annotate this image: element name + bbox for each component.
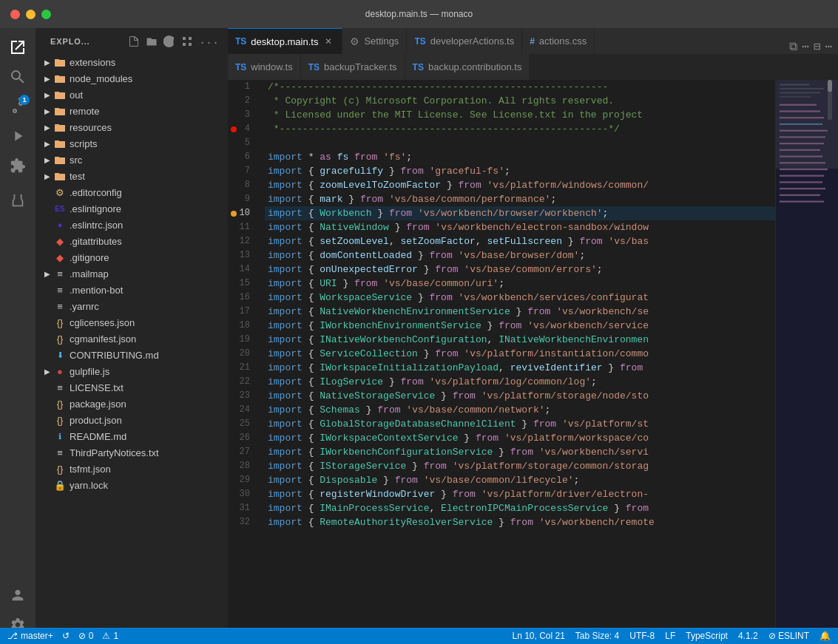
extensions-activity-icon[interactable] [4,152,31,179]
account-activity-icon[interactable] [4,582,31,609]
line-numbers: 1 2 3 4 5 6 7 8 9 10 11 12 13 14 [228,80,265,644]
tab-settings[interactable]: ⚙ Settings [342,28,407,54]
tree-item-mention-bot[interactable]: ▶ ≡ .mention-bot [36,282,228,298]
config-file-icon: ⚙ [53,186,67,199]
refresh-icon[interactable] [163,35,175,47]
tree-item-license[interactable]: ▶ ≡ LICENSE.txt [36,379,228,396]
maximize-button[interactable] [41,10,51,19]
language-status[interactable]: TypeScript [686,631,728,641]
git-file-icon: ◆ [53,234,67,248]
tree-item-tsfmt[interactable]: ▶ {} tsfmt.json [36,461,228,477]
code-line-11: import { NativeWindow } from 'vs/workben… [265,220,775,234]
collapse-all-icon[interactable] [181,35,193,47]
explorer-activity-icon[interactable] [4,34,31,61]
tree-item-yarn-lock[interactable]: ▶ 🔒 yarn.lock [36,477,228,493]
flask-activity-icon[interactable] [4,188,31,214]
tab-actions-css[interactable]: # actions.css [522,28,595,54]
tree-item-extensions[interactable]: ▶ extensions [36,54,228,70]
source-control-activity-icon[interactable]: 1 [4,93,31,120]
version-status[interactable]: 4.1.2 [738,631,758,641]
folder-icon [53,104,67,118]
tree-item-remote[interactable]: ▶ remote [36,103,228,119]
tab-window[interactable]: TS window.ts [228,54,301,80]
close-button[interactable] [10,10,20,19]
notification-bell[interactable]: 🔔 [820,631,831,641]
more-tab-actions-icon[interactable]: ⋯ [825,39,832,54]
sidebar-header: EXPLO... ... [36,28,228,54]
tab-label: developerActions.ts [430,35,514,47]
tab-size-status[interactable]: Tab Size: 4 [575,631,619,641]
split-editor-icon[interactable]: ⧉ [789,40,797,54]
code-line-8: import { zoomLevelToZoomFactor } from 'v… [265,178,775,192]
line-num-17: 17 [228,305,256,319]
tree-item-thirdparty[interactable]: ▶ ≡ ThirdPartyNotices.txt [36,444,228,461]
tree-item-scripts[interactable]: ▶ scripts [36,135,228,152]
tree-item-node-modules[interactable]: ▶ node_modules [36,70,228,87]
tree-item-yarnrc[interactable]: ▶ ≡ .yarnrc [36,298,228,314]
tree-item-contributing[interactable]: ▶ ⬇ CONTRIBUTING.md [36,347,228,363]
tree-item-src[interactable]: ▶ src [36,152,228,168]
code-line-10: import { Workbench } from 'vs/workbench/… [265,206,775,220]
breadcrumbs-icon[interactable]: ⋯ [802,39,809,54]
tree-item-eslintignore[interactable]: ▶ ES .eslintignore [36,200,228,217]
line-num-23: 23 [228,389,256,403]
search-activity-icon[interactable] [4,64,31,90]
minimap-viewport [776,80,838,169]
code-editor[interactable]: 1 2 3 4 5 6 7 8 9 10 11 12 13 14 [228,80,838,644]
item-label: cgmanifest.json [70,333,136,345]
eslint-status[interactable]: ⊘ ESLINT [768,631,809,641]
folder-icon [53,169,67,183]
tab-desktop-main[interactable]: TS desktop.main.ts ✕ [228,28,342,54]
json-file-icon2: {} [53,332,67,345]
eslint-label: ⊘ ESLINT [768,631,809,641]
code-line-1: /*--------------------------------------… [265,80,775,94]
tab-label: actions.css [539,35,587,47]
tree-item-mailmap[interactable]: ▶ ≡ .mailmap [36,265,228,282]
encoding-label: UTF-8 [629,631,655,641]
new-file-icon[interactable] [128,35,140,47]
tree-item-package[interactable]: ▶ {} package.json [36,396,228,412]
line-endings-status[interactable]: LF [665,631,675,641]
eslint-file-icon: ES [53,202,67,215]
new-folder-icon[interactable] [146,35,158,47]
item-label: scripts [70,138,98,149]
minimize-button[interactable] [26,10,36,19]
ts-icon2: TS [414,36,425,47]
tab-bar-row1: TS desktop.main.ts ✕ ⚙ Settings TS devel… [228,28,838,54]
code-line-25: import { GlobalStorageDatabaseChannelCli… [265,417,775,431]
code-line-6: import * as fs from 'fs'; [265,150,775,164]
code-line-31: import { IMainProcessService, ElectronIP… [265,501,775,515]
tree-item-product[interactable]: ▶ {} product.json [36,412,228,428]
item-label: tsfmt.json [70,464,111,475]
tree-item-cglicenses[interactable]: ▶ {} cglicenses.json [36,314,228,331]
run-debug-activity-icon[interactable] [4,123,31,149]
tab-close-icon[interactable]: ✕ [322,35,334,47]
tree-item-editorconfig[interactable]: ▶ ⚙ .editorconfig [36,184,228,200]
more-actions-icon[interactable]: ... [199,35,219,47]
tree-item-eslintrc[interactable]: ▶ ● .eslintrc.json [36,217,228,233]
line-num-9: 9 [228,192,256,206]
tree-item-gitattributes[interactable]: ▶ ◆ .gitattributes [36,233,228,249]
item-label: .editorconfig [70,187,122,198]
tab-backup-tracker[interactable]: TS backupTracker.ts [301,54,405,80]
encoding-status[interactable]: UTF-8 [629,631,655,641]
tree-item-resources[interactable]: ▶ resources [36,119,228,135]
code-line-32: import { RemoteAuthorityResolverService … [265,515,775,529]
ts-icon4: TS [308,62,320,72]
tree-item-gitignore[interactable]: ▶ ◆ .gitignore [36,249,228,265]
line-num-14: 14 [228,262,256,277]
tab-backup-contribution[interactable]: TS backup.contribution.ts [405,54,530,80]
tree-item-gulpfile[interactable]: ▶ ● gulpfile.js [36,363,228,379]
tab-developer-actions[interactable]: TS developerActions.ts [407,28,522,54]
tree-item-test[interactable]: ▶ test [36,168,228,184]
item-label: extensions [70,57,115,68]
cursor-position-status[interactable]: Ln 10, Col 21 [512,631,564,641]
layout-icon[interactable]: ⊟ [814,39,821,54]
tree-item-readme[interactable]: ▶ ℹ README.md [36,428,228,444]
svg-rect-15 [780,169,828,170]
tree-item-cgmanifest[interactable]: ▶ {} cgmanifest.json [36,331,228,347]
tree-item-out[interactable]: ▶ out [36,87,228,103]
line-num-21: 21 [228,361,256,375]
code-content[interactable]: /*--------------------------------------… [265,80,775,644]
item-label: node_modules [70,73,132,84]
